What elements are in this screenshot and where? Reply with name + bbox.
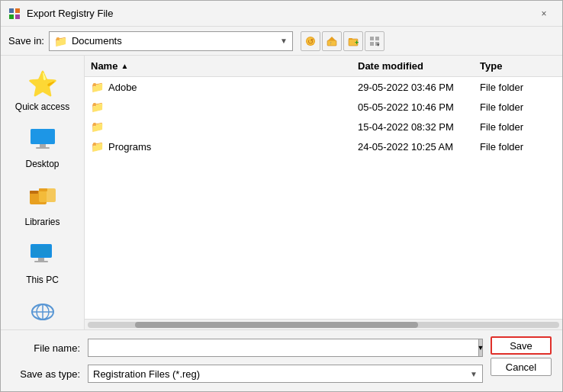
- sidebar: ⭐ Quick access Desktop: [1, 56, 85, 329]
- column-name: Name ▲: [91, 60, 358, 72]
- view-options-button[interactable]: ▾: [365, 31, 384, 51]
- svg-rect-3: [15, 14, 20, 19]
- save-as-type-value: Registration Files (*.reg): [93, 368, 470, 380]
- row-date: 29-05-2022 03:46 PM: [358, 82, 480, 93]
- file-area: Name ▲ Date modified Type 📁 Adobe 29-05-…: [85, 56, 562, 329]
- row-name: Adobe: [108, 82, 137, 93]
- title-bar-icon: [8, 8, 21, 20]
- svg-rect-15: [370, 42, 374, 46]
- desktop-icon: [29, 127, 56, 156]
- save-button[interactable]: Save: [491, 336, 552, 355]
- svg-rect-25: [39, 188, 47, 191]
- table-row[interactable]: 📁 Adobe 29-05-2022 03:46 PM File folder: [85, 77, 562, 97]
- save-in-arrow: ▼: [280, 37, 288, 45]
- sidebar-item-libraries[interactable]: Libraries: [1, 178, 84, 233]
- row-type: File folder: [480, 121, 556, 133]
- folder-icon: 📁: [91, 140, 104, 153]
- network-icon: [29, 300, 56, 329]
- new-folder-button[interactable]: +: [343, 31, 363, 51]
- file-name-dropdown-btn[interactable]: ▼: [478, 339, 483, 357]
- folder-icon: 📁: [91, 101, 104, 113]
- sidebar-item-network[interactable]: Network: [1, 294, 84, 329]
- table-row[interactable]: 📁 15-04-2022 08:32 PM File folder: [85, 117, 562, 137]
- folder-icon: 📁: [54, 35, 67, 47]
- form-buttons: Save Cancel: [491, 336, 552, 376]
- scrollbar-track: [88, 322, 559, 328]
- row-date: 05-05-2022 10:46 PM: [358, 101, 480, 113]
- table-row[interactable]: 📁 Programs 24-05-2022 10:25 AM File fold…: [85, 137, 562, 156]
- toolbar: Save in: 📁 Documents ▼ ↺ ↑ + ▾: [1, 27, 562, 56]
- sidebar-item-desktop[interactable]: Desktop: [1, 121, 84, 175]
- svg-rect-0: [9, 8, 14, 13]
- svg-rect-23: [30, 191, 38, 194]
- save-as-type-label: Save as type:: [11, 368, 88, 380]
- file-list-header: Name ▲ Date modified Type: [85, 56, 562, 77]
- file-name-input-wrapper: [88, 339, 479, 357]
- nav-back-button[interactable]: ↺: [301, 31, 320, 51]
- main-content: ⭐ Quick access Desktop: [1, 56, 562, 329]
- star-icon: ⭐: [27, 69, 58, 98]
- svg-rect-19: [31, 129, 55, 144]
- folder-icon: 📁: [91, 120, 104, 133]
- title-bar: Export Registry File ×: [1, 1, 562, 27]
- svg-rect-1: [15, 8, 20, 13]
- row-date: 24-05-2022 10:25 AM: [358, 141, 480, 153]
- file-name-input[interactable]: [93, 339, 474, 356]
- svg-text:+: +: [355, 39, 359, 47]
- sort-arrow: ▲: [121, 62, 128, 70]
- svg-text:▾: ▾: [377, 42, 380, 47]
- save-in-label: Save in:: [8, 35, 44, 47]
- libraries-icon: [29, 185, 56, 214]
- export-registry-dialog: Export Registry File × Save in: 📁 Docume…: [0, 0, 563, 392]
- sidebar-label-desktop: Desktop: [25, 159, 59, 169]
- scrollbar-thumb: [135, 322, 418, 328]
- close-button[interactable]: ×: [533, 3, 555, 24]
- horizontal-scrollbar[interactable]: [85, 319, 562, 329]
- save-in-dropdown[interactable]: 📁 Documents ▼: [49, 31, 293, 51]
- save-as-type-arrow: ▼: [470, 370, 478, 378]
- form-fields: File name: ▼ Save as type: Registration …: [11, 336, 483, 385]
- row-date: 15-04-2022 08:32 PM: [358, 121, 480, 133]
- sidebar-item-this-pc[interactable]: This PC: [1, 236, 84, 291]
- sidebar-label-quick-access: Quick access: [15, 101, 69, 112]
- cancel-button[interactable]: Cancel: [491, 358, 552, 376]
- file-name-row: File name: ▼: [11, 336, 483, 359]
- svg-text:↑: ↑: [330, 40, 333, 46]
- title-bar-title: Export Registry File: [27, 8, 533, 19]
- file-list-body: 📁 Adobe 29-05-2022 03:46 PM File folder …: [85, 77, 562, 319]
- svg-rect-14: [375, 37, 379, 40]
- svg-rect-29: [34, 261, 48, 262]
- nav-up-button[interactable]: ↑: [322, 31, 342, 51]
- save-as-type-dropdown[interactable]: Registration Files (*.reg) ▼: [88, 365, 483, 383]
- svg-text:↺: ↺: [307, 37, 314, 46]
- row-type: File folder: [480, 101, 556, 113]
- svg-rect-30: [32, 246, 50, 256]
- toolbar-actions: ↺ ↑ + ▾: [301, 31, 384, 51]
- save-in-value: Documents: [72, 35, 275, 47]
- column-type: Type: [480, 60, 556, 72]
- file-name-label: File name:: [11, 342, 88, 354]
- this-pc-icon: [29, 243, 56, 272]
- folder-icon: 📁: [91, 81, 104, 93]
- row-type: File folder: [480, 82, 556, 93]
- column-date-modified: Date modified: [358, 60, 480, 72]
- svg-rect-11: [349, 38, 352, 40]
- table-row[interactable]: 📁 05-05-2022 10:46 PM File folder: [85, 97, 562, 117]
- row-type: File folder: [480, 141, 556, 153]
- save-as-type-row: Save as type: Registration Files (*.reg)…: [11, 362, 483, 385]
- svg-rect-20: [40, 144, 46, 147]
- svg-rect-2: [9, 14, 14, 19]
- svg-rect-13: [370, 37, 374, 40]
- sidebar-label-this-pc: This PC: [26, 275, 59, 285]
- bottom-form: File name: ▼ Save as type: Registration …: [1, 329, 562, 391]
- sidebar-label-libraries: Libraries: [24, 217, 60, 227]
- svg-rect-28: [38, 258, 44, 261]
- row-name: Programs: [108, 141, 151, 153]
- sidebar-item-quick-access[interactable]: ⭐ Quick access: [1, 63, 84, 118]
- svg-rect-21: [36, 147, 50, 149]
